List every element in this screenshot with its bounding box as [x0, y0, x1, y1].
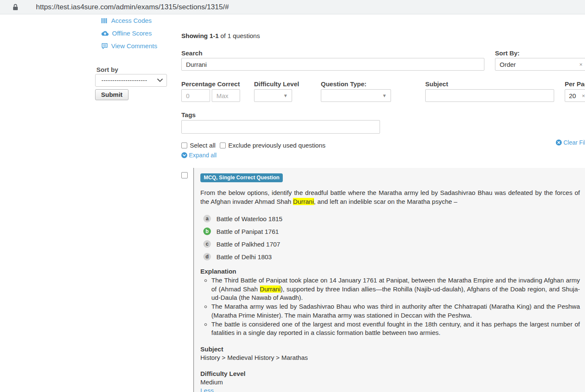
option-row: d Battle of Delhi 1803	[203, 253, 580, 260]
subject-filter-label: Subject	[425, 80, 448, 88]
option-letter-badge: a	[203, 215, 211, 222]
explanation-list: The Third Battle of Panipat took place o…	[200, 276, 580, 337]
percentage-min-input[interactable]	[181, 89, 210, 102]
option-text: Battle of Panipat 1761	[216, 228, 279, 235]
question-text: From the below options, identify the dre…	[200, 189, 580, 206]
expand-all-label: Expand all	[189, 152, 216, 159]
cloud-upload-icon	[101, 30, 109, 36]
highlighted-term: Durrani	[260, 285, 281, 293]
option-letter-badge-correct: b	[203, 228, 211, 235]
sort-by-label: Sort By:	[495, 49, 519, 57]
lock-icon	[13, 4, 18, 11]
option-text: Battle of Waterloo 1815	[216, 215, 282, 222]
explanation-bullet: The battle is considered one of the larg…	[211, 320, 580, 337]
option-row: a Battle of Waterloo 1815	[203, 215, 580, 222]
sidebar-sort-by-select[interactable]: ---------------------	[95, 74, 167, 87]
explanation-heading: Explanation	[200, 268, 580, 275]
exclude-used-checkbox[interactable]	[220, 143, 226, 148]
clear-selection-icon[interactable]: ×	[582, 93, 585, 99]
sort-by-value: Order	[500, 61, 580, 68]
option-letter-badge: d	[203, 253, 211, 260]
difficulty-level-select[interactable]: ▼	[254, 89, 292, 102]
sidebar-sort-by-value: ---------------------	[101, 77, 157, 84]
per-page-value: 20	[569, 92, 582, 99]
tags-label: Tags	[181, 111, 196, 118]
clear-filter-label: Clear Filter	[563, 139, 585, 146]
difficulty-value: Medium	[200, 378, 580, 387]
question-select-checkbox[interactable]	[181, 172, 188, 178]
highlighted-term: Durrani	[293, 198, 314, 205]
tags-input[interactable]	[181, 120, 380, 134]
explanation-bullet: The Maratha army was led by Sadashivrao …	[211, 302, 580, 320]
select-all-label: Select all	[190, 142, 216, 149]
difficulty-heading: Difficulty Level	[200, 370, 580, 378]
main-content: Showing 1-1 of 1 questions Search Sort B…	[181, 14, 585, 392]
checkbox-row: Select all Exclude previously used quest…	[181, 142, 325, 149]
clear-filter-link[interactable]: Clear Filter	[556, 139, 585, 146]
question-card: MCQ, Single Correct Question From the be…	[193, 168, 585, 392]
comment-icon	[101, 43, 108, 49]
question-type-label: Question Type:	[321, 80, 366, 88]
option-row: c Battle of Palkhed 1707	[203, 240, 580, 248]
results-count: Showing 1-1 of 1 questions	[181, 32, 260, 39]
chevron-down-icon	[157, 79, 163, 82]
sidebar-item-label: Offline Scores	[112, 30, 152, 37]
subject-filter-input[interactable]	[425, 89, 554, 102]
exclude-used-label: Exclude previously used questions	[228, 142, 325, 149]
barcode-icon	[101, 18, 108, 24]
explanation-bullet: The Third Battle of Panipat took place o…	[211, 276, 580, 302]
sidebar-item-access-codes[interactable]: Access Codes	[101, 17, 152, 24]
clear-selection-icon[interactable]: ×	[580, 61, 583, 68]
sidebar: Access Codes Offline Scores View Comment…	[0, 14, 178, 392]
subject-heading: Subject	[200, 345, 580, 354]
percentage-correct-label: Percentage Correct	[181, 80, 240, 88]
per-page-label: Per Page	[565, 80, 585, 88]
clear-filter-icon	[556, 140, 562, 145]
expand-all-link[interactable]: Expand all	[181, 152, 216, 159]
sidebar-item-view-comments[interactable]: View Comments	[101, 42, 157, 49]
sidebar-item-label: View Comments	[111, 42, 157, 49]
browser-url-bar[interactable]: https://test.ias4sure.com/admin/exams/13…	[0, 0, 585, 14]
per-page-select[interactable]: 20 × ▼	[565, 89, 585, 102]
dropdown-arrow-icon: ▼	[283, 93, 288, 98]
submit-button[interactable]: Submit	[95, 89, 128, 100]
question-type-select[interactable]: ▼	[321, 89, 391, 102]
option-letter-badge: c	[203, 240, 211, 248]
select-all-checkbox[interactable]	[181, 143, 187, 148]
subject-value: History > Medieval History > Marathas	[200, 354, 580, 362]
sidebar-item-offline-scores[interactable]: Offline Scores	[101, 30, 152, 37]
sort-by-select[interactable]: Order × ▼	[495, 58, 585, 71]
expand-all-icon	[181, 152, 187, 158]
option-text: Battle of Delhi 1803	[216, 253, 272, 260]
search-label: Search	[181, 49, 202, 57]
sidebar-sort-by-label: Sort by	[96, 66, 118, 73]
option-text: Battle of Palkhed 1707	[216, 241, 280, 248]
option-row: b Battle of Panipat 1761	[203, 228, 580, 235]
percentage-max-input[interactable]	[212, 89, 240, 102]
less-link[interactable]: Less	[200, 387, 214, 392]
dropdown-arrow-icon: ▼	[382, 93, 387, 98]
url-text[interactable]: https://test.ias4sure.com/admin/exams/13…	[36, 3, 229, 11]
question-type-badge: MCQ, Single Correct Question	[200, 173, 283, 182]
options-list: a Battle of Waterloo 1815 b Battle of Pa…	[200, 215, 580, 260]
search-input[interactable]	[181, 58, 484, 71]
sidebar-item-label: Access Codes	[111, 17, 152, 24]
difficulty-level-label: Difficulty Level	[254, 80, 299, 88]
